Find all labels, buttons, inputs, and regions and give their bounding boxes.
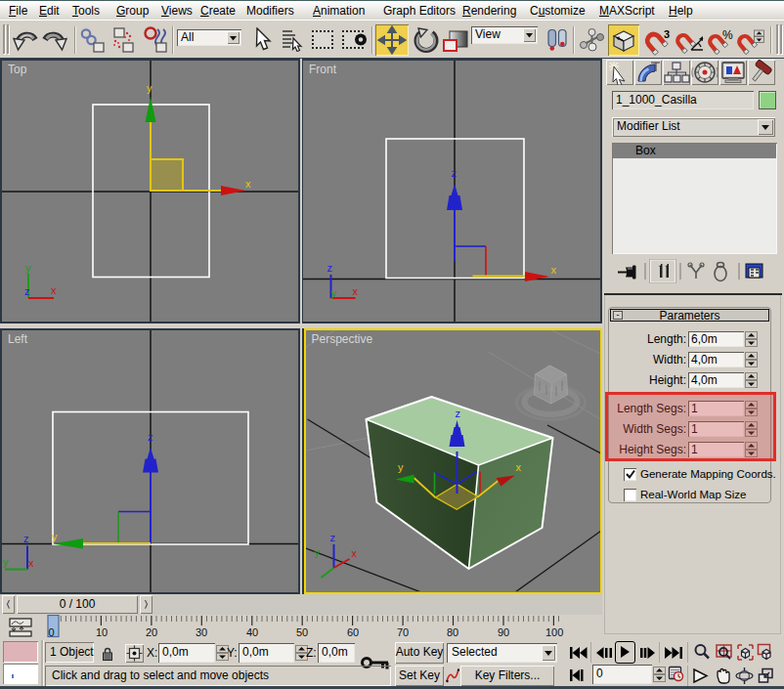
svg-text:y: y xyxy=(147,82,152,94)
svg-text:z: z xyxy=(455,408,460,419)
svg-text:y: y xyxy=(398,461,404,473)
svg-text:x: x xyxy=(353,285,359,297)
svg-text:z: z xyxy=(148,431,153,443)
svg-text:x: x xyxy=(51,284,57,296)
svg-text:y: y xyxy=(25,262,31,274)
svg-text:x: x xyxy=(245,178,251,190)
svg-text:x: x xyxy=(28,557,34,569)
svg-text:y: y xyxy=(314,546,320,558)
svg-text:z: z xyxy=(24,285,30,297)
svg-text:y: y xyxy=(52,531,58,542)
svg-text:y: y xyxy=(331,287,337,299)
svg-text:%: % xyxy=(722,28,733,42)
svg-text:x: x xyxy=(515,461,521,473)
svg-text:z: z xyxy=(327,262,333,274)
svg-text:z: z xyxy=(452,167,457,179)
svg-text:z: z xyxy=(329,532,335,543)
svg-text:3: 3 xyxy=(664,28,670,40)
svg-text:x: x xyxy=(351,547,357,559)
svg-text:z: z xyxy=(23,533,29,544)
svg-text:y: y xyxy=(3,556,9,568)
svg-text:x: x xyxy=(551,264,557,276)
